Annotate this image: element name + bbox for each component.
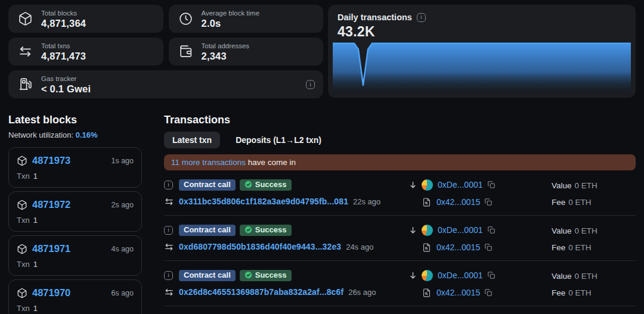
- transaction-icon: [164, 197, 174, 207]
- fee-amount: 0 ETH: [568, 288, 591, 297]
- tx-age: 26s ago: [348, 288, 376, 297]
- stat-label: Total addresses: [202, 42, 250, 50]
- daily-transactions-chart[interactable]: [328, 42, 636, 98]
- tx-status-badge: Success: [240, 179, 292, 191]
- transaction-icon: [164, 287, 174, 297]
- value-label: Value: [552, 181, 572, 190]
- block-age: 1s ago: [111, 157, 134, 165]
- tx-status-badge: Success: [240, 270, 292, 281]
- block-age: 2s ago: [111, 201, 134, 209]
- stat-value: 2,343: [202, 50, 250, 62]
- copy-icon[interactable]: [484, 288, 493, 297]
- tx-type-badge: Contract call: [179, 225, 236, 236]
- copy-icon[interactable]: [487, 181, 496, 189]
- block-txn-count: Txn1: [17, 260, 134, 269]
- copy-icon[interactable]: [487, 226, 496, 234]
- value-amount: 0 ETH: [575, 181, 597, 190]
- value-label: Value: [552, 226, 572, 235]
- network-utilization-value: 0.16%: [76, 130, 98, 139]
- block-number-link[interactable]: 4871970: [32, 287, 70, 299]
- value-amount: 0 ETH: [575, 226, 597, 235]
- transaction-icon: [164, 242, 174, 252]
- latest-blocks-section: Latest blocks Network utilization: 0.16%…: [8, 113, 142, 314]
- check-circle-icon: [244, 271, 252, 279]
- stat-value: 4,871,364: [41, 17, 86, 29]
- info-icon[interactable]: i: [164, 181, 173, 189]
- latest-blocks-title: Latest blocks: [8, 113, 142, 126]
- to-address-link[interactable]: 0x42...0015: [436, 243, 480, 252]
- tx-hash-link[interactable]: 0x311bc35d806c1f182a3ae9d04795fb...081: [179, 197, 348, 206]
- to-address-link[interactable]: 0x42...0015: [436, 197, 480, 207]
- block-age: 4s ago: [111, 245, 134, 253]
- block-txn-count: Txn1: [17, 172, 134, 181]
- block-card: 4871972 2s ago Txn1: [8, 191, 142, 232]
- block-txn-count: Txn1: [17, 304, 134, 313]
- chart-current-value: 43.2K: [328, 22, 636, 42]
- avatar: [422, 179, 433, 191]
- stat-label: Average block time: [202, 9, 260, 17]
- stat-value: < 0.1 Gwei: [41, 83, 91, 95]
- clock-icon: [178, 11, 193, 26]
- fee-label: Fee: [552, 288, 565, 297]
- transactions-icon: [18, 44, 33, 59]
- block-icon: [17, 200, 27, 210]
- fee-amount: 0 ETH: [568, 198, 591, 207]
- copy-icon[interactable]: [487, 271, 496, 279]
- tx-age: 24s ago: [346, 243, 373, 251]
- to-address-link[interactable]: 0x42...0015: [436, 288, 480, 297]
- block-age: 6s ago: [111, 289, 134, 297]
- tx-age: 22s ago: [353, 197, 380, 206]
- stat-value: 2.0s: [202, 17, 260, 29]
- info-icon[interactable]: i: [164, 226, 173, 235]
- tab-latest-txn[interactable]: Latest txn: [164, 132, 220, 148]
- block-txn-count: Txn1: [17, 216, 134, 225]
- block-number-link[interactable]: 4871972: [32, 199, 70, 210]
- stat-label: Total blocks: [41, 9, 86, 17]
- block-icon: [17, 244, 27, 254]
- from-address-link[interactable]: 0xDe...0001: [438, 225, 483, 235]
- block-number-link[interactable]: 4871973: [32, 155, 70, 166]
- block-icon: [17, 156, 27, 166]
- transaction-row: i Contract call Success 0x311bc35d806c1f…: [164, 170, 636, 216]
- avatar: [422, 225, 433, 236]
- stat-card-gas-tracker: Gas tracker < 0.1 Gwei i: [8, 70, 323, 98]
- value-label: Value: [552, 272, 572, 281]
- value-amount: 0 ETH: [575, 272, 597, 281]
- tx-status-badge: Success: [240, 225, 292, 236]
- gas-pump-icon: [18, 77, 33, 92]
- info-icon[interactable]: i: [306, 80, 315, 89]
- check-circle-icon: [244, 226, 252, 234]
- arrow-down-icon: [408, 271, 417, 280]
- block-card: 4871973 1s ago Txn1: [8, 147, 142, 188]
- fee-label: Fee: [552, 198, 565, 207]
- transaction-row: i Contract call Success 0xDe: [164, 306, 636, 314]
- tx-hash-link[interactable]: 0x26d8c46551369887b7aba832a2af...8c6f: [179, 287, 343, 297]
- tab-deposits[interactable]: Deposits (L1→L2 txn): [227, 132, 330, 148]
- transactions-title: Transactions: [164, 113, 636, 126]
- stat-card-average-block-time: Average block time 2.0s: [169, 5, 324, 33]
- stat-value: 4,871,473: [41, 50, 86, 62]
- block-icon: [17, 288, 27, 299]
- info-icon[interactable]: i: [417, 13, 426, 22]
- new-transactions-link[interactable]: 11 more transactions: [171, 158, 246, 167]
- transactions-tabs: Latest txn Deposits (L1→L2 txn): [164, 132, 636, 148]
- chart-title: Daily transactions: [338, 13, 412, 22]
- check-circle-icon: [244, 181, 252, 188]
- block-number-link[interactable]: 4871971: [32, 243, 70, 254]
- from-address-link[interactable]: 0xDe...0001: [438, 180, 483, 189]
- copy-icon[interactable]: [484, 243, 493, 251]
- copy-icon[interactable]: [484, 198, 493, 206]
- contract-icon: [422, 197, 432, 207]
- avatar: [422, 270, 433, 281]
- info-icon[interactable]: i: [164, 271, 173, 280]
- tx-hash-link[interactable]: 0xd6807798d50b1836d40f40e9443...32e3: [179, 242, 341, 251]
- arrow-down-icon: [408, 181, 417, 189]
- stat-label: Total txns: [41, 42, 86, 50]
- block-card: 4871970 6s ago Txn1: [8, 279, 142, 314]
- contract-icon: [422, 243, 432, 253]
- from-address-link[interactable]: 0xDe...0001: [438, 271, 483, 280]
- new-transactions-alert: 11 more transactions have come in: [164, 154, 636, 170]
- block-icon: [18, 11, 33, 26]
- stat-card-total-addresses: Total addresses 2,343: [169, 38, 324, 66]
- arrow-down-icon: [408, 226, 417, 235]
